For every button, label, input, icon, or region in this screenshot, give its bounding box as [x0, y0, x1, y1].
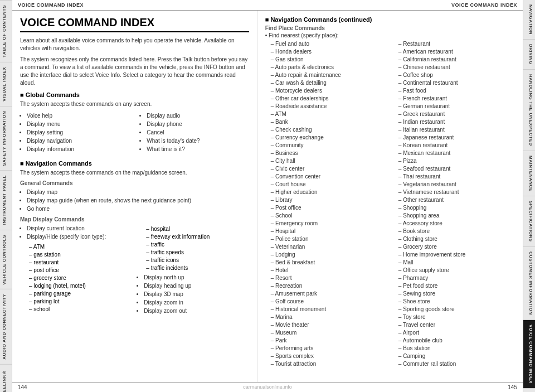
right-tab-voice-command[interactable]: VOICE COMMAND INDEX [523, 320, 535, 389]
right-sidebar: NAVIGATION DRIVING HANDLING THE UNEXPECT… [523, 0, 535, 392]
place-r-41: Commuter rail station [398, 360, 515, 368]
left-page: VOICE COMMAND INDEX Learn about all avai… [12, 11, 257, 382]
map-rbullet-1: Display north up [144, 273, 249, 282]
sidebar-tab-audio[interactable]: AUDIO AND CONNECTIVITY [0, 289, 12, 364]
global-right-list: Display audio Display phone Cancel What … [140, 112, 249, 153]
general-commands-list: Display map Display map guide (when en r… [20, 188, 249, 213]
global-item-10: What time is it? [147, 145, 249, 153]
place-l-27: Lodging [271, 251, 387, 259]
map-dash-3: restaurant [29, 259, 132, 267]
right-tab-customer[interactable]: CUSTOMER INFORMATION [523, 247, 535, 320]
place-r-5: Continental restaurant [398, 79, 515, 87]
general-item-1: Display map [27, 188, 249, 196]
right-tab-specifications[interactable]: SPECIFICATIONS [523, 196, 535, 247]
place-r-0: Restaurant [398, 40, 515, 48]
place-l-6: Motorcycle dealers [271, 87, 387, 95]
place-l-17: Convention center [271, 173, 387, 181]
top-bar: VOICE COMMAND INDEX VOICE COMMAND INDEX [12, 0, 523, 11]
place-r-10: Indian restaurant [398, 118, 515, 126]
place-r-38: Automobile club [398, 337, 515, 345]
map-rbullet-3: Display 3D map [144, 290, 249, 298]
map-rdash-2: freeway exit information [146, 233, 249, 241]
place-l-30: Resort [271, 274, 387, 282]
map-dash-5: grocery store [29, 274, 132, 282]
map-display-cols: Display current location Display/Hide (s… [20, 224, 249, 317]
map-rdash-4: traffic speeds [146, 249, 249, 257]
place-l-12: Currency exchange [271, 134, 387, 142]
right-tab-navigation[interactable]: NAVIGATION [523, 0, 535, 40]
global-item-9: What is today's date? [147, 137, 249, 145]
sidebar-tab-visual[interactable]: VISUAL INDEX [0, 62, 12, 106]
left-sidebar: TABLE OF CONTENTS VISUAL INDEX SAFETY IN… [0, 0, 12, 392]
right-tab-index[interactable]: INDEX [523, 389, 535, 392]
page-columns: VOICE COMMAND INDEX Learn about all avai… [12, 11, 523, 382]
place-r-23: Accessory store [398, 220, 515, 228]
global-right-col: Display audio Display phone Cancel What … [140, 112, 249, 156]
place-l-28: Bed & breakfast [271, 259, 387, 267]
global-commands-bullets: Voice help Display menu Display setting … [20, 112, 249, 156]
global-left-col: Voice help Display menu Display setting … [20, 112, 129, 156]
map-rbullet-5: Display zoom out [144, 307, 249, 315]
place-r-9: Greek restaurant [398, 110, 515, 118]
place-l-26: Veterinarian [271, 243, 387, 251]
global-item-4: Display navigation [27, 137, 129, 145]
right-tab-maintenance[interactable]: MAINTENANCE [523, 151, 535, 197]
place-r-30: Pharmacy [398, 274, 515, 282]
place-r-11: Italian restaurant [398, 126, 515, 134]
place-right-col: Restaurant American restaurant Californi… [393, 40, 515, 368]
place-l-31: Recreation [271, 282, 387, 290]
place-l-24: Hospital [271, 228, 387, 235]
right-tab-driving[interactable]: DRIVING [523, 40, 535, 70]
place-r-17: Thai restaurant [398, 173, 515, 181]
sidebar-tab-vehicle[interactable]: VEHICLE CONTROLS [0, 230, 12, 289]
global-left-list: Voice help Display menu Display setting … [20, 112, 129, 153]
place-l-13: Community [271, 142, 387, 149]
place-r-15: Pizza [398, 157, 515, 165]
place-l-15: City hall [271, 157, 387, 165]
general-item-3: Go home [27, 205, 249, 213]
map-left-dashes: ATM gas station restaurant post office g… [20, 243, 132, 313]
place-l-37: Museum [271, 329, 387, 337]
map-dash-8: parking lot [29, 298, 132, 306]
find-place-header: Find Place Commands [265, 25, 515, 31]
place-l-8: Roadside assistance [271, 103, 387, 110]
place-l-32: Amusement park [271, 290, 387, 298]
nav-commands-intro: The system accepts these commands on the… [20, 169, 249, 177]
sidebar-tab-instrument[interactable]: INSTRUMENT PANEL [0, 170, 12, 229]
map-bullet-1: Display current location [27, 224, 132, 233]
map-rbullet-2: Display heading up [144, 282, 249, 290]
place-r-20: Other restaurant [398, 196, 515, 204]
place-l-20: Library [271, 196, 387, 204]
map-right-dashes: hospital freeway exit information traffi… [137, 225, 249, 272]
general-item-2: Display map guide (when en route, shows … [27, 196, 249, 205]
place-l-23: Emergency room [271, 220, 387, 228]
place-r-18: Vegetarian restaurant [398, 181, 515, 188]
place-r-34: Sporting goods store [398, 306, 515, 313]
place-l-40: Sports complex [271, 352, 387, 360]
right-tab-handling[interactable]: HANDLING THE UNEXPECTED [523, 70, 535, 151]
place-l-19: Higher education [271, 188, 387, 196]
place-l-35: Marina [271, 313, 387, 321]
place-r-3: Chinese restaurant [398, 64, 515, 71]
place-l-11: Check cashing [271, 126, 387, 134]
top-bar-left: VOICE COMMAND INDEX [18, 2, 84, 8]
watermark: carmanualsonline.info [243, 384, 292, 390]
place-l-5: Car wash & detailing [271, 79, 387, 87]
sidebar-tab-toc[interactable]: TABLE OF CONTENTS [0, 0, 12, 62]
place-l-38: Park [271, 337, 387, 345]
place-r-4: Coffee shop [398, 71, 515, 79]
place-r-1: American restaurant [398, 48, 515, 56]
find-nearest-text: • Find nearest (specify place): [265, 32, 515, 38]
place-l-18: Court house [271, 181, 387, 188]
place-l-4: Auto repair & maintenance [271, 71, 387, 79]
sidebar-tab-bluetooth[interactable]: BLUETOOTH® HANDSFREELINK® [0, 364, 12, 392]
right-page: Navigation Commands (continued) Find Pla… [257, 11, 523, 382]
place-r-27: Home improvement store [398, 251, 515, 259]
sidebar-tab-safety[interactable]: SAFETY INFORMATION [0, 106, 12, 170]
place-r-22: Shopping area [398, 212, 515, 220]
place-left-list: Fuel and auto Honda dealers Gas station … [265, 40, 387, 368]
map-dash-7: parking garage [29, 290, 132, 298]
nav-commands-header: Navigation Commands [20, 160, 249, 167]
place-columns: Fuel and auto Honda dealers Gas station … [265, 40, 515, 368]
global-item-7: Display phone [147, 120, 249, 128]
